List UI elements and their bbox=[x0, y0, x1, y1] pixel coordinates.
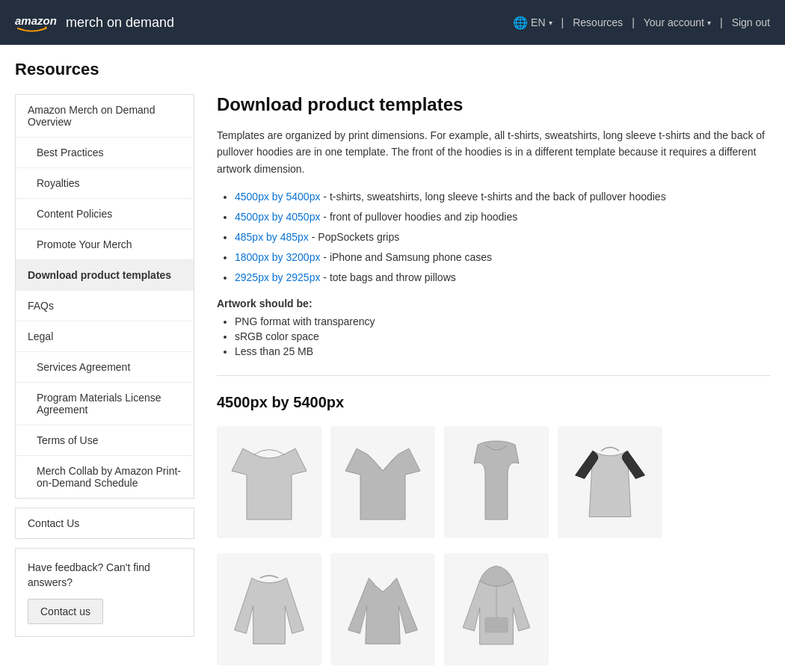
sidebar-item-faqs[interactable]: FAQs bbox=[16, 291, 194, 321]
sidebar-item-merch-collab[interactable]: Merch Collab by Amazon Print-on-Demand S… bbox=[16, 456, 194, 498]
resources-link[interactable]: Resources bbox=[573, 16, 623, 28]
tank-top-icon bbox=[455, 434, 538, 531]
list-item: 4500px by 4050px - front of pullover hoo… bbox=[235, 209, 770, 225]
main-content: Download product templates Templates are… bbox=[217, 94, 770, 672]
content-title: Download product templates bbox=[217, 94, 770, 115]
sidebar-contact-us-link[interactable]: Contact Us bbox=[16, 508, 194, 538]
content-description: Templates are organized by print dimensi… bbox=[217, 127, 770, 177]
sidebar-contact-section: Contact Us bbox=[15, 508, 194, 539]
sidebar: Amazon Merch on Demand Overview Best Pra… bbox=[15, 94, 194, 637]
list-item: 2925px by 2925px - tote bags and throw p… bbox=[235, 270, 770, 286]
list-item: sRGB color space bbox=[235, 330, 770, 342]
product-long-sleeve-2 bbox=[330, 553, 435, 665]
divider-2: | bbox=[632, 16, 635, 28]
raglan-tshirt-icon bbox=[569, 434, 651, 531]
contact-us-button[interactable]: Contact us bbox=[28, 599, 103, 624]
product-tank-top bbox=[444, 426, 549, 538]
list-item: 485px by 485px - PopSockets grips bbox=[235, 229, 770, 245]
sidebar-item-program-materials[interactable]: Program Materials License Agreement bbox=[16, 383, 194, 425]
long-sleeve-1-icon bbox=[228, 561, 310, 658]
product-long-sleeve-1 bbox=[217, 553, 321, 665]
sidebar-main-section: Amazon Merch on Demand Overview Best Pra… bbox=[15, 94, 194, 499]
list-item: Less than 25 MB bbox=[235, 345, 770, 357]
section-4500-heading: 4500px by 5400px bbox=[217, 394, 770, 411]
list-item: 1800px by 3200px - iPhone and Samsung ph… bbox=[235, 250, 770, 265]
feedback-text: Have feedback? Can't find answers? bbox=[28, 561, 182, 590]
product-vneck-tshirt bbox=[330, 426, 435, 538]
section-divider bbox=[217, 375, 770, 376]
product-raglan-tshirt bbox=[558, 426, 662, 538]
amazon-smile-icon: amazon bbox=[15, 11, 60, 34]
svg-text:amazon: amazon bbox=[15, 14, 57, 27]
globe-icon: 🌐 bbox=[513, 16, 528, 30]
account-chevron-icon: ▾ bbox=[707, 19, 711, 27]
sidebar-item-download-templates[interactable]: Download product templates bbox=[16, 260, 194, 291]
language-selector[interactable]: 🌐 EN ▾ bbox=[513, 16, 552, 30]
product-grid-row1 bbox=[217, 426, 770, 538]
header-nav: 🌐 EN ▾ | Resources | Your account ▾ | Si… bbox=[513, 16, 770, 30]
sidebar-item-terms-of-use[interactable]: Terms of Use bbox=[16, 425, 194, 456]
list-item: 4500px by 5400px - t-shirts, sweatshirts… bbox=[235, 189, 770, 205]
divider-1: | bbox=[561, 16, 564, 28]
header: amazon merch on demand 🌐 EN ▾ | Resource… bbox=[0, 0, 785, 45]
divider-3: | bbox=[720, 16, 723, 28]
sign-out-link[interactable]: Sign out bbox=[732, 16, 770, 28]
template-link-5[interactable]: 2925px by 2925px bbox=[235, 271, 320, 283]
sidebar-item-content-policies[interactable]: Content Policies bbox=[16, 199, 194, 229]
template-link-2[interactable]: 4500px by 4050px bbox=[235, 211, 320, 223]
language-label: EN bbox=[531, 16, 545, 28]
crew-tshirt-icon bbox=[228, 434, 310, 531]
merch-on-demand-text: merch on demand bbox=[66, 15, 174, 31]
list-item: PNG format with transparency bbox=[235, 315, 770, 327]
svg-rect-1 bbox=[485, 617, 508, 632]
sidebar-item-royalties[interactable]: Royalties bbox=[16, 168, 194, 199]
template-link-4[interactable]: 1800px by 3200px bbox=[235, 251, 320, 263]
header-logo: amazon merch on demand bbox=[15, 11, 174, 34]
sidebar-item-best-practices[interactable]: Best Practices bbox=[16, 138, 194, 168]
vneck-tshirt-icon bbox=[342, 434, 424, 531]
page-title: Resources bbox=[15, 60, 770, 79]
product-grid-row2 bbox=[217, 553, 770, 665]
sidebar-item-overview[interactable]: Amazon Merch on Demand Overview bbox=[16, 95, 194, 138]
template-link-3[interactable]: 485px by 485px bbox=[235, 231, 309, 243]
hoodie-icon bbox=[455, 561, 538, 658]
artwork-list: PNG format with transparency sRGB color … bbox=[217, 315, 770, 357]
page-container: Resources Amazon Merch on Demand Overvie… bbox=[0, 45, 785, 672]
sidebar-feedback: Have feedback? Can't find answers? Conta… bbox=[15, 548, 194, 637]
template-link-1[interactable]: 4500px by 5400px bbox=[235, 191, 320, 203]
template-list: 4500px by 5400px - t-shirts, sweatshirts… bbox=[217, 189, 770, 286]
product-crew-tshirt bbox=[217, 426, 321, 538]
product-hoodie bbox=[444, 553, 549, 665]
amazon-logo: amazon bbox=[15, 11, 60, 34]
account-dropdown[interactable]: Your account ▾ bbox=[644, 16, 711, 28]
sidebar-item-promote-merch[interactable]: Promote Your Merch bbox=[16, 229, 194, 260]
sidebar-item-services-agreement[interactable]: Services Agreement bbox=[16, 352, 194, 383]
chevron-down-icon: ▾ bbox=[549, 19, 552, 27]
account-label: Your account bbox=[644, 16, 704, 28]
long-sleeve-2-icon bbox=[342, 561, 424, 658]
content-layout: Amazon Merch on Demand Overview Best Pra… bbox=[15, 94, 770, 672]
artwork-title: Artwork should be: bbox=[217, 298, 770, 309]
sidebar-item-legal: Legal bbox=[16, 321, 194, 352]
